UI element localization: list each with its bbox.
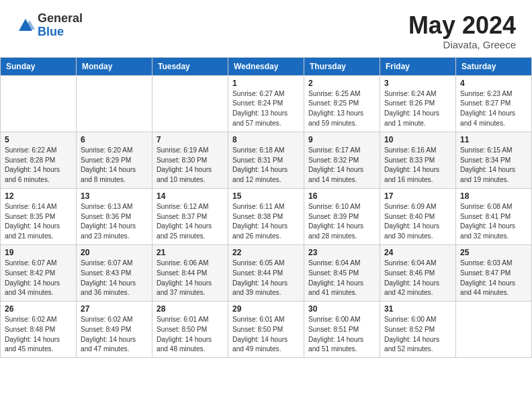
day-number: 2 xyxy=(308,79,375,88)
day-info: Sunrise: 6:04 AMSunset: 8:46 PMDaylight:… xyxy=(384,259,451,298)
day-number: 14 xyxy=(157,191,224,201)
calendar-cell: 4Sunrise: 6:23 AMSunset: 8:27 PMDaylight… xyxy=(456,75,532,132)
day-info: Sunrise: 6:23 AMSunset: 8:27 PMDaylight:… xyxy=(460,89,527,129)
day-info: Sunrise: 6:02 AMSunset: 8:48 PMDaylight:… xyxy=(5,315,72,355)
day-number: 24 xyxy=(384,248,451,257)
calendar-cell: 7Sunrise: 6:19 AMSunset: 8:30 PMDaylight… xyxy=(152,132,228,188)
day-number: 4 xyxy=(460,79,527,88)
day-info: Sunrise: 6:27 AMSunset: 8:24 PMDaylight:… xyxy=(232,89,300,129)
col-wednesday: Wednesday xyxy=(228,57,304,75)
day-number: 19 xyxy=(5,248,72,257)
calendar-cell: 3Sunrise: 6:24 AMSunset: 8:26 PMDaylight… xyxy=(380,75,456,132)
logo-blue: Blue xyxy=(38,26,83,39)
calendar-cell: 31Sunrise: 6:00 AMSunset: 8:52 PMDayligh… xyxy=(380,302,456,358)
day-info: Sunrise: 6:09 AMSunset: 8:40 PMDaylight:… xyxy=(384,202,451,242)
day-number: 15 xyxy=(232,191,300,201)
calendar-cell: 10Sunrise: 6:16 AMSunset: 8:33 PMDayligh… xyxy=(380,132,456,188)
logo-icon xyxy=(16,16,35,35)
day-number: 16 xyxy=(308,191,375,201)
day-number: 25 xyxy=(460,248,527,257)
day-number: 8 xyxy=(232,135,300,144)
calendar-cell: 25Sunrise: 6:03 AMSunset: 8:47 PMDayligh… xyxy=(456,244,532,301)
day-number: 3 xyxy=(384,79,451,88)
day-number: 29 xyxy=(232,304,300,314)
day-info: Sunrise: 6:07 AMSunset: 8:42 PMDaylight:… xyxy=(5,259,72,298)
day-number: 22 xyxy=(232,248,300,257)
day-info: Sunrise: 6:12 AMSunset: 8:37 PMDaylight:… xyxy=(157,202,224,242)
calendar-cell: 13Sunrise: 6:13 AMSunset: 8:36 PMDayligh… xyxy=(77,188,152,244)
day-number: 7 xyxy=(157,135,224,144)
day-info: Sunrise: 6:15 AMSunset: 8:34 PMDaylight:… xyxy=(460,146,527,185)
month-title: May 2024 xyxy=(408,12,516,39)
day-info: Sunrise: 6:01 AMSunset: 8:50 PMDaylight:… xyxy=(157,315,224,355)
calendar-cell: 6Sunrise: 6:20 AMSunset: 8:29 PMDaylight… xyxy=(77,132,152,188)
calendar-cell: 30Sunrise: 6:00 AMSunset: 8:51 PMDayligh… xyxy=(304,302,380,358)
day-info: Sunrise: 6:08 AMSunset: 8:41 PMDaylight:… xyxy=(460,202,527,242)
day-number: 12 xyxy=(5,191,72,201)
day-info: Sunrise: 6:05 AMSunset: 8:44 PMDaylight:… xyxy=(232,259,300,298)
calendar-cell: 19Sunrise: 6:07 AMSunset: 8:42 PMDayligh… xyxy=(1,244,77,301)
col-sunday: Sunday xyxy=(1,57,77,75)
day-info: Sunrise: 6:14 AMSunset: 8:35 PMDaylight:… xyxy=(5,202,72,242)
day-info: Sunrise: 6:19 AMSunset: 8:30 PMDaylight:… xyxy=(157,146,224,185)
day-info: Sunrise: 6:00 AMSunset: 8:51 PMDaylight:… xyxy=(308,315,375,355)
day-info: Sunrise: 6:02 AMSunset: 8:49 PMDaylight:… xyxy=(81,315,148,355)
calendar-body: 1Sunrise: 6:27 AMSunset: 8:24 PMDaylight… xyxy=(1,75,532,358)
header-row: Sunday Monday Tuesday Wednesday Thursday… xyxy=(1,57,532,75)
col-friday: Friday xyxy=(380,57,456,75)
day-number: 26 xyxy=(5,304,72,314)
day-number: 30 xyxy=(308,304,375,314)
day-number: 6 xyxy=(81,135,148,144)
day-info: Sunrise: 6:06 AMSunset: 8:44 PMDaylight:… xyxy=(157,259,224,298)
day-number: 21 xyxy=(157,248,224,257)
calendar-week-2: 5Sunrise: 6:22 AMSunset: 8:28 PMDaylight… xyxy=(1,132,532,188)
calendar-cell: 28Sunrise: 6:01 AMSunset: 8:50 PMDayligh… xyxy=(152,302,228,358)
day-info: Sunrise: 6:10 AMSunset: 8:39 PMDaylight:… xyxy=(308,202,375,242)
day-info: Sunrise: 6:18 AMSunset: 8:31 PMDaylight:… xyxy=(232,146,300,185)
calendar-cell: 17Sunrise: 6:09 AMSunset: 8:40 PMDayligh… xyxy=(380,188,456,244)
calendar-cell: 5Sunrise: 6:22 AMSunset: 8:28 PMDaylight… xyxy=(1,132,77,188)
day-number: 9 xyxy=(308,135,375,144)
calendar-cell: 26Sunrise: 6:02 AMSunset: 8:48 PMDayligh… xyxy=(1,302,77,358)
day-info: Sunrise: 6:11 AMSunset: 8:38 PMDaylight:… xyxy=(232,202,300,242)
day-number: 20 xyxy=(81,248,148,257)
col-saturday: Saturday xyxy=(456,57,532,75)
day-number: 28 xyxy=(157,304,224,314)
day-info: Sunrise: 6:22 AMSunset: 8:28 PMDaylight:… xyxy=(5,146,72,185)
calendar-cell: 8Sunrise: 6:18 AMSunset: 8:31 PMDaylight… xyxy=(228,132,304,188)
calendar-cell: 11Sunrise: 6:15 AMSunset: 8:34 PMDayligh… xyxy=(456,132,532,188)
calendar-cell: 29Sunrise: 6:01 AMSunset: 8:50 PMDayligh… xyxy=(228,302,304,358)
day-info: Sunrise: 6:16 AMSunset: 8:33 PMDaylight:… xyxy=(384,146,451,185)
col-monday: Monday xyxy=(77,57,152,75)
day-info: Sunrise: 6:03 AMSunset: 8:47 PMDaylight:… xyxy=(460,259,527,298)
calendar-week-1: 1Sunrise: 6:27 AMSunset: 8:24 PMDaylight… xyxy=(1,75,532,132)
calendar-cell: 2Sunrise: 6:25 AMSunset: 8:25 PMDaylight… xyxy=(304,75,380,132)
calendar-cell xyxy=(456,302,532,358)
day-number: 10 xyxy=(384,135,451,144)
day-number: 31 xyxy=(384,304,451,314)
calendar-cell: 27Sunrise: 6:02 AMSunset: 8:49 PMDayligh… xyxy=(77,302,152,358)
calendar-cell: 20Sunrise: 6:07 AMSunset: 8:43 PMDayligh… xyxy=(77,244,152,301)
logo: General Blue xyxy=(16,12,83,39)
day-number: 18 xyxy=(460,191,527,201)
calendar-header: Sunday Monday Tuesday Wednesday Thursday… xyxy=(1,57,532,75)
calendar-week-5: 26Sunrise: 6:02 AMSunset: 8:48 PMDayligh… xyxy=(1,302,532,358)
day-info: Sunrise: 6:17 AMSunset: 8:32 PMDaylight:… xyxy=(308,146,375,185)
day-info: Sunrise: 6:24 AMSunset: 8:26 PMDaylight:… xyxy=(384,89,451,129)
col-tuesday: Tuesday xyxy=(152,57,228,75)
day-info: Sunrise: 6:13 AMSunset: 8:36 PMDaylight:… xyxy=(81,202,148,242)
calendar-cell: 16Sunrise: 6:10 AMSunset: 8:39 PMDayligh… xyxy=(304,188,380,244)
calendar-week-4: 19Sunrise: 6:07 AMSunset: 8:42 PMDayligh… xyxy=(1,244,532,301)
calendar-cell: 24Sunrise: 6:04 AMSunset: 8:46 PMDayligh… xyxy=(380,244,456,301)
calendar-cell xyxy=(77,75,152,132)
calendar-cell: 15Sunrise: 6:11 AMSunset: 8:38 PMDayligh… xyxy=(228,188,304,244)
day-info: Sunrise: 6:04 AMSunset: 8:45 PMDaylight:… xyxy=(308,259,375,298)
day-number: 1 xyxy=(232,79,300,88)
day-info: Sunrise: 6:07 AMSunset: 8:43 PMDaylight:… xyxy=(81,259,148,298)
day-info: Sunrise: 6:20 AMSunset: 8:29 PMDaylight:… xyxy=(81,146,148,185)
calendar-cell: 23Sunrise: 6:04 AMSunset: 8:45 PMDayligh… xyxy=(304,244,380,301)
day-number: 11 xyxy=(460,135,527,144)
day-info: Sunrise: 6:00 AMSunset: 8:52 PMDaylight:… xyxy=(384,315,451,355)
calendar-week-3: 12Sunrise: 6:14 AMSunset: 8:35 PMDayligh… xyxy=(1,188,532,244)
calendar-cell: 21Sunrise: 6:06 AMSunset: 8:44 PMDayligh… xyxy=(152,244,228,301)
